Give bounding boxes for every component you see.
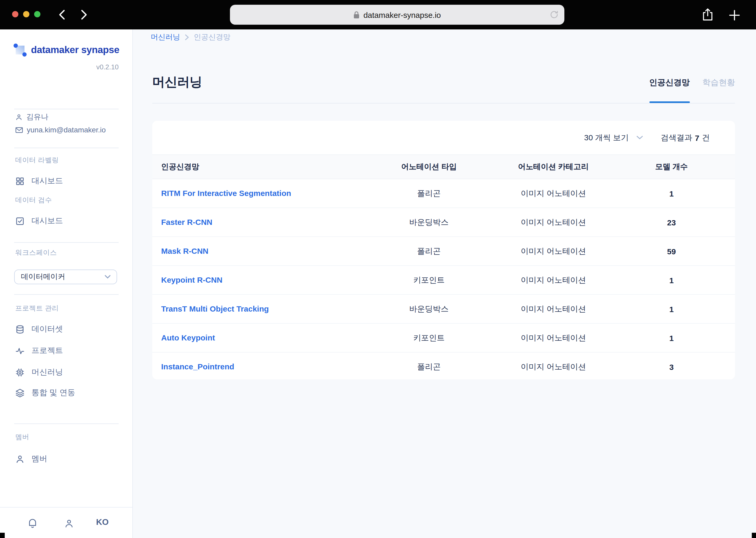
table-controls: 30 개씩 보기 검색결과 7 건 [152,121,735,154]
table-body: RITM For Interactive Segmentation폴리곤이미지 … [152,179,735,379]
brand-logo[interactable]: datamaker synapse [0,43,133,57]
model-count-cell: 3 [632,362,711,371]
page-size-value: 30 개씩 보기 [584,133,629,143]
model-link-text[interactable]: Keypoint R-CNN [161,275,222,284]
model-link[interactable]: Mask R-CNN [152,246,383,256]
sidebar-item-member[interactable]: 멤버 [0,454,133,464]
annotation-type-cell: 폴리곤 [383,362,475,372]
model-link-text[interactable]: Auto Keypoint [161,333,215,342]
chevron-right-icon [81,10,87,20]
section-label-project-mgmt: 프로젝트 관리 [0,304,133,313]
annotation-type-cell: 키포인트 [383,333,475,343]
annotation-category-cell: 이미지 어노테이션 [475,304,632,314]
sidebar-item-label: 대시보드 [31,216,63,226]
model-count-cell: 1 [632,304,711,313]
user-email-row: yuna.kim@datamaker.io [0,126,133,134]
model-link[interactable]: Auto Keypoint [152,333,383,343]
column-header-annotation-category: 어노테이션 카테고리 [475,162,632,172]
sidebar-item-labeling-dashboard[interactable]: 대시보드 [0,176,133,186]
screen-artifact [0,533,5,538]
table-row: Instance_Pointrend폴리곤이미지 어노테이션3 [152,352,735,379]
app-version: v0.2.10 [0,63,133,71]
sidebar-item-project[interactable]: 프로젝트 [0,346,133,356]
check-square-icon [15,216,25,226]
sidebar-item-label: 프로젝트 [31,346,63,356]
address-bar[interactable]: datamaker-synapse.io [230,5,564,25]
mail-icon [15,126,23,133]
sidebar-item-label: 멤버 [31,454,47,464]
section-label-data-labeling: 데이터 라벨링 [0,155,133,165]
model-link-text[interactable]: Mask R-CNN [161,246,209,255]
minimize-window-button[interactable] [23,11,29,17]
model-count-cell: 23 [632,218,711,227]
column-header-model-count: 모델 개수 [632,162,711,172]
model-link-text[interactable]: Faster R-CNN [161,218,213,227]
workspace-select[interactable]: 데이터메이커 [14,270,117,284]
model-link-text[interactable]: Instance_Pointrend [161,362,234,371]
table-row: Faster R-CNN바운딩박스이미지 어노테이션23 [152,208,735,237]
divider [152,103,735,103]
browser-back-button[interactable] [56,8,68,21]
account-button[interactable] [62,516,75,530]
person-icon [64,518,74,528]
chip-icon [15,367,25,377]
chevron-left-icon [59,10,65,20]
sidebar-item-review-dashboard[interactable]: 대시보드 [0,216,133,226]
divider [14,294,118,295]
model-link-text[interactable]: RITM For Interactive Segmentation [161,188,291,197]
browser-forward-button[interactable] [78,8,90,21]
result-count-prefix: 검색결과 [661,133,692,143]
url-text: datamaker-synapse.io [363,10,441,19]
person-icon [15,114,23,121]
annotation-category-cell: 이미지 어노테이션 [475,246,632,256]
chevron-right-icon [185,34,189,40]
sidebar-item-label: 통합 및 연동 [31,388,75,398]
sidebar-item-integrations[interactable]: 통합 및 연동 [0,388,133,398]
notifications-button[interactable] [26,516,39,530]
close-window-button[interactable] [12,11,19,17]
main-content: 머신러닝 인공신경망 머신러닝 인공신경망 학습현황 30 개씩 보기 [133,29,756,538]
model-link[interactable]: Faster R-CNN [152,218,383,227]
table-header-row: 인공신경망 어노테이션 타입 어노테이션 카테고리 모델 개수 [152,154,735,179]
sidebar-item-dataset[interactable]: 데이터셋 [0,324,133,334]
model-link[interactable]: Instance_Pointrend [152,362,383,371]
zoom-window-button[interactable] [34,11,40,17]
lock-icon [353,11,359,19]
layers-icon [15,388,25,398]
language-toggle[interactable]: KO [96,517,109,527]
chevron-down-icon [636,135,643,140]
result-count-suffix: 건 [702,133,710,143]
plus-icon [729,10,740,21]
divider [14,148,118,148]
screen: datamaker-synapse.io [0,0,756,538]
column-header-neural-network: 인공신경망 [152,162,383,172]
sidebar-footer: KO [0,507,133,538]
tab-neural-network[interactable]: 인공신경망 [649,77,690,91]
person-icon [15,454,25,464]
model-link[interactable]: Keypoint R-CNN [152,275,383,285]
section-label-member: 멤버 [0,432,133,442]
divider [14,109,118,109]
table-row: Keypoint R-CNN키포인트이미지 어노테이션1 [152,266,735,295]
sidebar-item-machine-learning[interactable]: 머신러닝 [0,367,133,377]
annotation-category-cell: 이미지 어노테이션 [475,217,632,227]
page-size-select[interactable]: 30 개씩 보기 [584,133,643,143]
model-link-text[interactable]: TransT Multi Object Tracking [161,304,269,313]
model-link[interactable]: RITM For Interactive Segmentation [152,188,383,198]
user-name: 김유나 [26,112,48,122]
window-controls [12,11,40,17]
new-tab-button[interactable] [729,10,740,21]
brand-name: datamaker synapse [31,44,119,56]
annotation-type-cell: 바운딩박스 [383,217,475,227]
activity-icon [15,346,25,355]
grid-icon [15,176,25,186]
model-count-cell: 1 [632,276,711,285]
user-name-row: 김유나 [0,112,133,122]
share-button[interactable] [702,8,715,22]
tab-training-status[interactable]: 학습현황 [702,77,735,91]
table-row: RITM For Interactive Segmentation폴리곤이미지 … [152,179,735,208]
model-link[interactable]: TransT Multi Object Tracking [152,304,383,314]
brand-logo-icon [13,43,27,57]
breadcrumb-machine-learning[interactable]: 머신러닝 [151,32,180,42]
reload-icon[interactable] [550,10,558,19]
